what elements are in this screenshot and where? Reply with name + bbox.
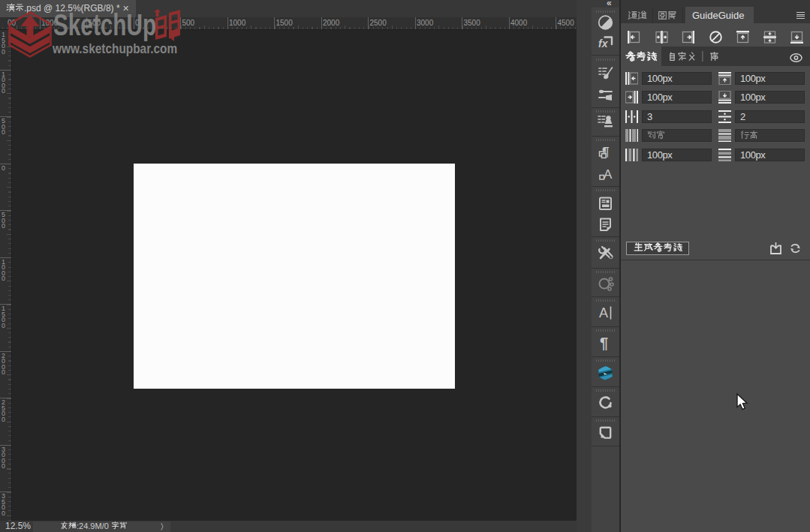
svg-text:A: A: [604, 167, 613, 182]
svg-text:fx: fx: [598, 38, 609, 50]
svg-text:¶: ¶: [600, 335, 608, 351]
svg-text:A: A: [599, 305, 608, 320]
